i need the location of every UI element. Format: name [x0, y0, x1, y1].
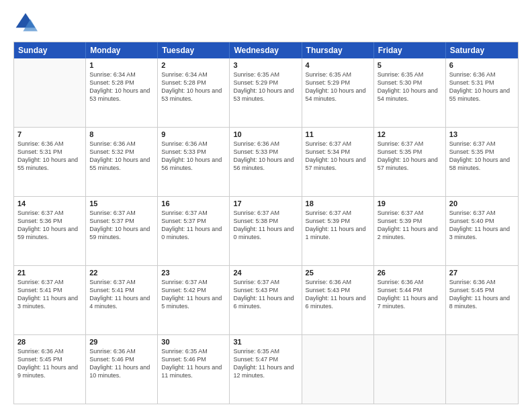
calendar-cell: 6Sunrise: 6:36 AM Sunset: 5:31 PM Daylig… [446, 58, 518, 127]
day-number: 18 [306, 199, 370, 208]
cell-info: Sunrise: 6:37 AM Sunset: 5:43 PM Dayligh… [233, 278, 298, 311]
calendar-cell: 20Sunrise: 6:37 AM Sunset: 5:40 PM Dayli… [446, 197, 518, 265]
day-number: 12 [378, 130, 442, 138]
day-number: 5 [378, 61, 442, 69]
cell-info: Sunrise: 6:37 AM Sunset: 5:41 PM Dayligh… [89, 278, 154, 311]
calendar-row: 7Sunrise: 6:36 AM Sunset: 5:31 PM Daylig… [14, 127, 518, 196]
weekday-header: Friday [374, 42, 446, 58]
cell-info: Sunrise: 6:35 AM Sunset: 5:29 PM Dayligh… [306, 71, 370, 103]
cell-info: Sunrise: 6:35 AM Sunset: 5:47 PM Dayligh… [233, 347, 298, 380]
day-number: 23 [161, 269, 226, 277]
calendar-row: 28Sunrise: 6:36 AM Sunset: 5:45 PM Dayli… [14, 334, 518, 404]
calendar-cell: 13Sunrise: 6:37 AM Sunset: 5:35 PM Dayli… [446, 128, 518, 196]
calendar-cell: 5Sunrise: 6:35 AM Sunset: 5:30 PM Daylig… [374, 58, 446, 127]
day-number: 31 [233, 338, 298, 346]
calendar-cell: 22Sunrise: 6:37 AM Sunset: 5:41 PM Dayli… [86, 266, 158, 334]
calendar-cell: 24Sunrise: 6:37 AM Sunset: 5:43 PM Dayli… [230, 266, 302, 334]
calendar-cell: 31Sunrise: 6:35 AM Sunset: 5:47 PM Dayli… [230, 335, 302, 404]
calendar-row: 21Sunrise: 6:37 AM Sunset: 5:41 PM Dayli… [14, 265, 518, 334]
cell-info: Sunrise: 6:36 AM Sunset: 5:33 PM Dayligh… [161, 140, 226, 173]
calendar-cell: 18Sunrise: 6:37 AM Sunset: 5:39 PM Dayli… [302, 197, 374, 265]
day-number: 4 [306, 61, 370, 69]
cell-info: Sunrise: 6:36 AM Sunset: 5:46 PM Dayligh… [89, 347, 154, 380]
day-number: 30 [161, 338, 226, 346]
calendar-cell: 11Sunrise: 6:37 AM Sunset: 5:34 PM Dayli… [302, 128, 374, 196]
calendar-body: 1Sunrise: 6:34 AM Sunset: 5:28 PM Daylig… [14, 58, 518, 404]
cell-info: Sunrise: 6:34 AM Sunset: 5:28 PM Dayligh… [161, 71, 226, 103]
day-number: 9 [161, 130, 226, 138]
calendar-row: 14Sunrise: 6:37 AM Sunset: 5:36 PM Dayli… [14, 196, 518, 265]
calendar-cell: 8Sunrise: 6:36 AM Sunset: 5:32 PM Daylig… [86, 128, 158, 196]
day-number: 7 [17, 130, 82, 138]
cell-info: Sunrise: 6:36 AM Sunset: 5:31 PM Dayligh… [449, 71, 515, 103]
day-number: 8 [89, 130, 154, 138]
weekday-header: Tuesday [158, 42, 230, 58]
calendar-row: 1Sunrise: 6:34 AM Sunset: 5:28 PM Daylig… [14, 58, 518, 127]
cell-info: Sunrise: 6:36 AM Sunset: 5:44 PM Dayligh… [378, 278, 442, 311]
cell-info: Sunrise: 6:36 AM Sunset: 5:43 PM Dayligh… [306, 278, 370, 311]
calendar-cell: 29Sunrise: 6:36 AM Sunset: 5:46 PM Dayli… [86, 335, 158, 404]
day-number: 21 [17, 269, 82, 277]
cell-info: Sunrise: 6:35 AM Sunset: 5:46 PM Dayligh… [161, 347, 226, 380]
cell-info: Sunrise: 6:37 AM Sunset: 5:41 PM Dayligh… [17, 278, 82, 311]
calendar-cell [374, 335, 446, 404]
calendar-cell: 17Sunrise: 6:37 AM Sunset: 5:38 PM Dayli… [230, 197, 302, 265]
calendar-cell: 10Sunrise: 6:36 AM Sunset: 5:33 PM Dayli… [230, 128, 302, 196]
calendar-cell [302, 335, 374, 404]
day-number: 26 [378, 269, 442, 277]
logo [13, 11, 42, 35]
calendar-cell: 21Sunrise: 6:37 AM Sunset: 5:41 PM Dayli… [14, 266, 86, 334]
day-number: 2 [161, 61, 226, 69]
cell-info: Sunrise: 6:36 AM Sunset: 5:45 PM Dayligh… [17, 347, 82, 380]
weekday-header: Sunday [14, 42, 86, 58]
cell-info: Sunrise: 6:37 AM Sunset: 5:37 PM Dayligh… [161, 209, 226, 242]
cell-info: Sunrise: 6:37 AM Sunset: 5:39 PM Dayligh… [378, 209, 442, 242]
calendar-cell: 3Sunrise: 6:35 AM Sunset: 5:29 PM Daylig… [230, 58, 302, 127]
calendar-cell: 25Sunrise: 6:36 AM Sunset: 5:43 PM Dayli… [302, 266, 374, 334]
cell-info: Sunrise: 6:35 AM Sunset: 5:29 PM Dayligh… [233, 71, 298, 103]
cell-info: Sunrise: 6:37 AM Sunset: 5:34 PM Dayligh… [306, 140, 370, 173]
cell-info: Sunrise: 6:34 AM Sunset: 5:28 PM Dayligh… [89, 71, 154, 103]
weekday-header: Monday [86, 42, 158, 58]
calendar-cell: 19Sunrise: 6:37 AM Sunset: 5:39 PM Dayli… [374, 197, 446, 265]
calendar-cell: 30Sunrise: 6:35 AM Sunset: 5:46 PM Dayli… [158, 335, 230, 404]
day-number: 11 [306, 130, 370, 138]
cell-info: Sunrise: 6:37 AM Sunset: 5:38 PM Dayligh… [233, 209, 298, 242]
day-number: 17 [233, 199, 298, 208]
day-number: 3 [233, 61, 298, 69]
day-number: 25 [306, 269, 370, 277]
cell-info: Sunrise: 6:36 AM Sunset: 5:45 PM Dayligh… [449, 278, 515, 311]
day-number: 13 [449, 130, 515, 138]
day-number: 27 [449, 269, 515, 277]
day-number: 28 [17, 338, 82, 346]
day-number: 10 [233, 130, 298, 138]
day-number: 22 [89, 269, 154, 277]
calendar: SundayMondayTuesdayWednesdayThursdayFrid… [13, 42, 519, 404]
cell-info: Sunrise: 6:37 AM Sunset: 5:35 PM Dayligh… [378, 140, 442, 173]
cell-info: Sunrise: 6:37 AM Sunset: 5:35 PM Dayligh… [449, 140, 515, 173]
logo-icon [13, 11, 38, 35]
cell-info: Sunrise: 6:37 AM Sunset: 5:42 PM Dayligh… [161, 278, 226, 311]
calendar-cell: 14Sunrise: 6:37 AM Sunset: 5:36 PM Dayli… [14, 197, 86, 265]
day-number: 19 [378, 199, 442, 208]
day-number: 16 [161, 199, 226, 208]
calendar-cell: 4Sunrise: 6:35 AM Sunset: 5:29 PM Daylig… [302, 58, 374, 127]
calendar-cell: 7Sunrise: 6:36 AM Sunset: 5:31 PM Daylig… [14, 128, 86, 196]
day-number: 6 [449, 61, 515, 69]
weekday-header: Saturday [446, 42, 518, 58]
day-number: 24 [233, 269, 298, 277]
cell-info: Sunrise: 6:36 AM Sunset: 5:32 PM Dayligh… [89, 140, 154, 173]
calendar-cell [14, 58, 86, 127]
day-number: 14 [17, 199, 82, 208]
calendar-cell: 12Sunrise: 6:37 AM Sunset: 5:35 PM Dayli… [374, 128, 446, 196]
cell-info: Sunrise: 6:37 AM Sunset: 5:40 PM Dayligh… [449, 209, 515, 242]
cell-info: Sunrise: 6:37 AM Sunset: 5:39 PM Dayligh… [306, 209, 370, 242]
day-number: 29 [89, 338, 154, 346]
calendar-cell: 26Sunrise: 6:36 AM Sunset: 5:44 PM Dayli… [374, 266, 446, 334]
cell-info: Sunrise: 6:37 AM Sunset: 5:36 PM Dayligh… [17, 209, 82, 242]
calendar-cell: 9Sunrise: 6:36 AM Sunset: 5:33 PM Daylig… [158, 128, 230, 196]
calendar-cell [446, 335, 518, 404]
cell-info: Sunrise: 6:36 AM Sunset: 5:31 PM Dayligh… [17, 140, 82, 173]
calendar-header: SundayMondayTuesdayWednesdayThursdayFrid… [14, 42, 518, 58]
day-number: 15 [89, 199, 154, 208]
